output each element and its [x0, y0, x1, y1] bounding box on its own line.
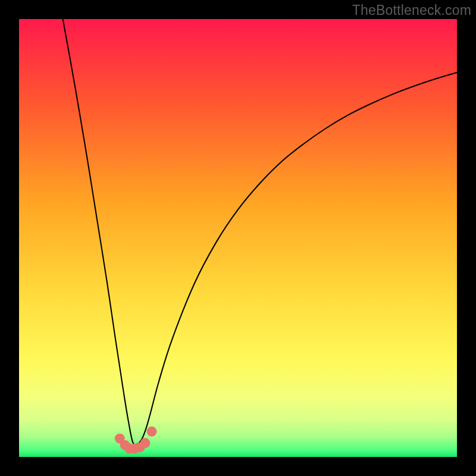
marker-point: [140, 438, 151, 448]
watermark-text: TheBottleneck.com: [352, 2, 471, 18]
chart-svg: [19, 19, 457, 457]
chart-frame: TheBottleneck.com: [0, 0, 476, 476]
gradient-background: [19, 19, 457, 457]
marker-point: [147, 427, 157, 437]
plot-area: [19, 19, 457, 457]
